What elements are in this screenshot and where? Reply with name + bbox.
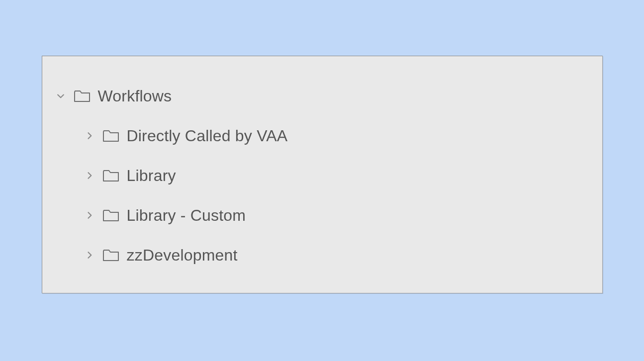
tree-item-zzdevelopment[interactable]: zzDevelopment: [52, 235, 592, 275]
tree-item-label: zzDevelopment: [124, 246, 238, 265]
chevron-right-icon[interactable]: [81, 171, 98, 180]
tree-item-library-custom[interactable]: Library - Custom: [52, 195, 592, 235]
tree-panel: Workflows Directly Called by VAA Library…: [42, 56, 603, 293]
folder-icon: [98, 168, 124, 183]
tree-item-label: Directly Called by VAA: [124, 127, 288, 145]
folder-icon: [98, 208, 124, 223]
tree-item-library[interactable]: Library: [52, 156, 592, 195]
tree-item-label: Library - Custom: [124, 206, 246, 225]
chevron-down-icon[interactable]: [52, 91, 69, 101]
folder-icon: [98, 128, 124, 143]
tree-item-directly-called-by-vaa[interactable]: Directly Called by VAA: [52, 116, 592, 156]
folder-icon: [98, 248, 124, 263]
folder-icon: [69, 89, 95, 103]
tree-item-label: Workflows: [95, 87, 172, 105]
tree-item-label: Library: [124, 167, 176, 185]
chevron-right-icon[interactable]: [81, 210, 98, 220]
tree-item-workflows[interactable]: Workflows: [52, 76, 592, 116]
chevron-right-icon[interactable]: [81, 250, 98, 260]
chevron-right-icon[interactable]: [81, 131, 98, 141]
